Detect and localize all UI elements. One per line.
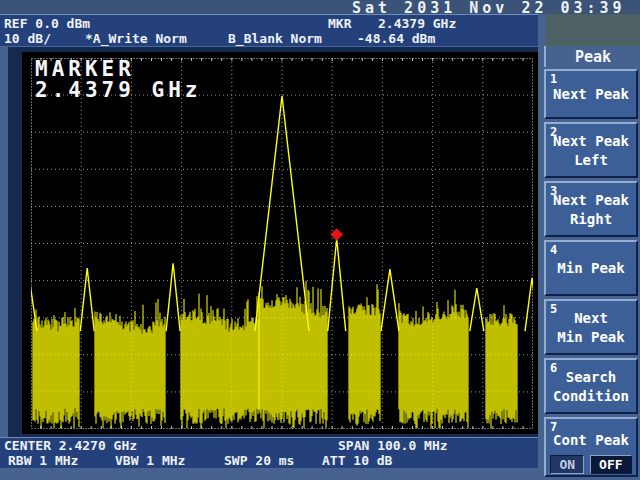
softkey-next-peak-right[interactable]: 3 Next Peak Right [544, 181, 638, 237]
scale-readout: 10 dB/ [4, 31, 51, 46]
trace-a-mode: *A_Write Norm [85, 31, 187, 46]
ref-level-readout: REF 0.0 dBm [4, 16, 90, 31]
cont-peak-on-button[interactable]: ON [550, 455, 584, 474]
marker-annotation-value: 2.4379 GHz [35, 78, 201, 102]
bezel-corner-block [546, 14, 640, 46]
softkey-number: 5 [550, 302, 557, 316]
attenuation-readout: ATT 10 dB [322, 453, 392, 468]
softkey-label: Min Peak [557, 260, 624, 276]
softkey-label: Cont Peak [553, 432, 629, 448]
marker-frequency-readout: 2.4379 GHz [378, 16, 456, 31]
rbw-readout: RBW 1 MHz [8, 453, 78, 468]
spectrum-plot: MARKER2.4379 GHz [22, 52, 538, 434]
softkey-number: 4 [550, 243, 557, 257]
softkey-label: Left [574, 152, 608, 168]
softkey-label: Next Peak [553, 133, 629, 149]
softkey-label: Right [570, 211, 612, 227]
header-annotation-bar: REF 0.0 dBm MKR 2.4379 GHz 10 dB/ *A_Wri… [0, 14, 538, 46]
softkey-cont-peak[interactable]: 7 Cont Peak ON OFF [544, 417, 638, 477]
softkey-label: Next Peak [553, 192, 629, 208]
softkey-search-condition[interactable]: 6 Search Condition [544, 358, 638, 414]
marker-annotation: MARKER2.4379 GHz [35, 59, 201, 101]
cont-peak-toggle: ON OFF [550, 455, 631, 474]
softkey-next-min-peak[interactable]: 5 Next Min Peak [544, 299, 638, 355]
title-strip: Sat 2031 Nov 22 03:39 [0, 0, 640, 14]
cont-peak-off-button[interactable]: OFF [590, 455, 631, 474]
softkey-label: Search [566, 369, 617, 385]
spectrum-analyzer-screen: Sat 2031 Nov 22 03:39 REF 0.0 dBm MKR 2.… [0, 0, 640, 480]
trace-svg [31, 58, 533, 429]
footer-annotation-bar: CENTER 2.4270 GHz SPAN 100.0 MHz RBW 1 M… [0, 437, 538, 468]
center-frequency-readout: CENTER 2.4270 GHz [4, 438, 137, 453]
sweep-time-readout: SWP 20 ms [224, 453, 294, 468]
trace-b-mode: B_Blank Norm [228, 31, 322, 46]
softkey-label: Min Peak [557, 329, 624, 345]
softkey-number: 1 [550, 72, 557, 86]
display-frame: MARKER2.4379 GHz [8, 46, 538, 437]
vbw-readout: VBW 1 MHz [115, 453, 185, 468]
marker-amplitude-readout: -48.64 dBm [357, 31, 435, 46]
softkey-number: 3 [550, 184, 557, 198]
softkey-min-peak[interactable]: 4 Min Peak [544, 240, 638, 296]
softkey-label: Next [574, 310, 608, 326]
marker-label: MKR [328, 16, 351, 31]
softkey-number: 6 [550, 361, 557, 375]
softkey-label: Next Peak [553, 86, 629, 102]
softkey-next-peak[interactable]: 1 Next Peak [544, 69, 638, 119]
softkey-number: 2 [550, 125, 557, 139]
span-readout: SPAN 100.0 MHz [338, 438, 448, 453]
softkey-menu-title: Peak [544, 46, 640, 67]
softkey-next-peak-left[interactable]: 2 Next Peak Left [544, 122, 638, 178]
softkey-label: Condition [553, 388, 629, 404]
softkey-number: 7 [550, 420, 557, 434]
